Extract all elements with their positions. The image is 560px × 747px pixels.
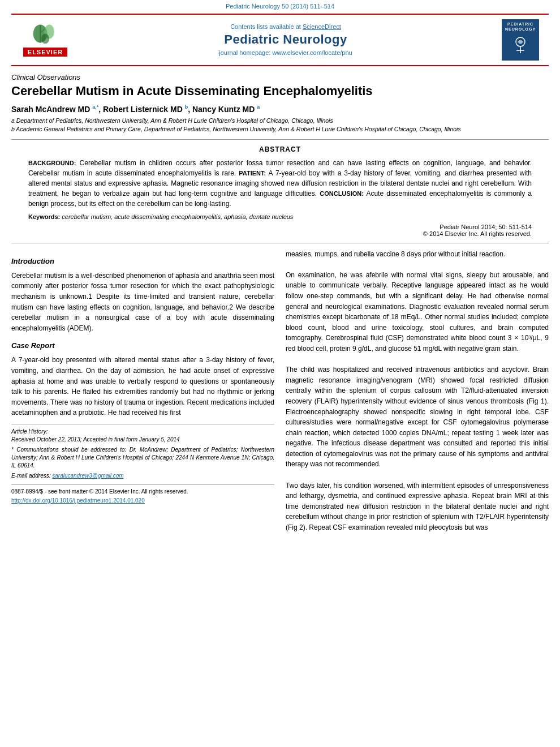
two-column-body: Introduction Cerebellar mutism is a well…: [11, 249, 549, 533]
pn-logo-box: PEDIATRIC NEUROLOGY: [502, 19, 539, 61]
left-column: Introduction Cerebellar mutism is a well…: [11, 249, 274, 533]
keywords-label: Keywords:: [28, 213, 60, 220]
doi-line[interactable]: http://dx.doi.org/10.1016/j.pediatrneuro…: [11, 496, 274, 505]
affiliation-b: b Academic General Pediatrics and Primar…: [11, 125, 549, 134]
pn-logo-right: PEDIATRIC NEUROLOGY: [492, 19, 549, 61]
case-report-text: A 7-year-old boy presented with altered …: [11, 355, 274, 418]
conclusion-label: CONCLUSION:: [320, 190, 364, 197]
keywords-text: cerebellar mutism, acute disseminating e…: [62, 213, 293, 220]
background-label: BACKGROUND:: [28, 160, 76, 166]
right-column: measles, mumps, and rubella vaccine 8 da…: [286, 249, 549, 533]
citation: Pediatr Neurol 2014; 50: 511-514: [28, 224, 532, 230]
issn-line: 0887-8994/$ - see front matter © 2014 El…: [11, 487, 274, 496]
footnote-section: Article History: Received October 22, 20…: [11, 424, 274, 480]
right-text-1: measles, mumps, and rubella vaccine 8 da…: [286, 249, 549, 260]
journal-header-top: Pediatric Neurology 50 (2014) 511–514: [0, 0, 560, 11]
case-report-heading: Case Report: [11, 340, 274, 351]
email-link[interactable]: saralucandrew3@gmail.com: [52, 473, 123, 479]
right-text-3: The child was hospitalized and received …: [286, 364, 549, 470]
article-title: Cerebellar Mutism in Acute Disseminating…: [11, 84, 549, 98]
correspondence-line: * Communications should be addressed to:…: [11, 446, 274, 470]
main-content: Clinical Observations Cerebellar Mutism …: [11, 73, 549, 533]
sciencedirect-link[interactable]: ScienceDirect: [303, 23, 341, 30]
journal-header-center: Contents lists available at ScienceDirec…: [79, 23, 492, 56]
received-line: Received October 22, 2013; Accepted in f…: [11, 436, 274, 444]
pn-logo-image: [506, 33, 535, 56]
article-type: Clinical Observations: [11, 73, 549, 81]
intro-text: Cerebellar mutism is a well-described ph…: [11, 271, 274, 334]
patient-label: PATIENT:: [239, 170, 266, 177]
elsevier-label: ELSEVIER: [23, 48, 67, 57]
sciencedirect-text: Contents lists available at ScienceDirec…: [79, 23, 492, 30]
authors-line: Sarah McAndrew MD a,*, Robert Listernick…: [11, 104, 549, 114]
journal-header: ELSEVIER Contents lists available at Sci…: [11, 15, 549, 66]
right-text-2: On examination, he was afebrile with nor…: [286, 270, 549, 354]
abstract-title: ABSTRACT: [28, 145, 532, 153]
intro-heading: Introduction: [11, 256, 274, 267]
citation-line: Pediatr Neurol 2014; 50: 511-514 © 2014 …: [28, 224, 532, 237]
right-text-4: Two days later, his condition worsened, …: [286, 480, 549, 533]
abstract-section: ABSTRACT BACKGROUND: Cerebellar mutism i…: [11, 139, 549, 243]
bottom-bar: 0887-8994/$ - see front matter © 2014 El…: [11, 484, 274, 505]
elsevier-logo-section: ELSEVIER: [11, 23, 79, 57]
keywords-line: Keywords: cerebellar mutism, acute disse…: [28, 213, 532, 220]
journal-homepage: journal homepage: www.elsevier.com/locat…: [79, 49, 492, 56]
copyright: © 2014 Elsevier Inc. All rights reserved…: [28, 230, 532, 237]
affiliation-a: a Department of Pediatrics, Northwestern…: [11, 117, 549, 125]
affiliations: a Department of Pediatrics, Northwestern…: [11, 117, 549, 133]
abstract-text: BACKGROUND: Cerebellar mutism in childre…: [28, 158, 532, 209]
elsevier-leaf-icon: [28, 23, 62, 45]
email-line: E-mail address: saralucandrew3@gmail.com: [11, 472, 274, 480]
article-history-label: Article History:: [11, 428, 274, 436]
svg-point-2: [41, 34, 49, 44]
journal-title-header: Pediatric Neurology: [79, 32, 492, 47]
